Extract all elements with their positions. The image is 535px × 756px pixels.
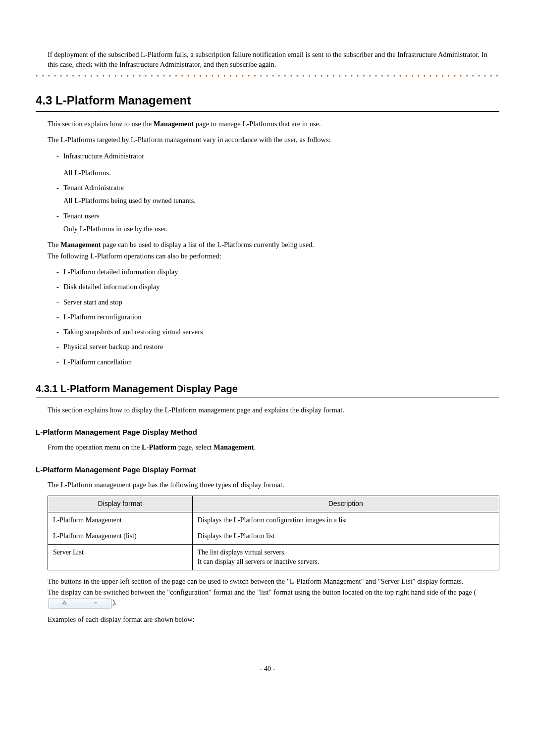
after-table-1: The buttons in the upper-left section of… — [48, 576, 499, 586]
after-table-2: The display can be switched between the … — [48, 587, 499, 608]
after-table-3: Examples of each display format are show… — [48, 614, 499, 624]
list-item: Physical server backup and restore — [56, 342, 499, 352]
list-item: L-Platform reconfiguration — [56, 312, 499, 322]
heading-4-3-1: 4.3.1 L-Platform Management Display Page — [36, 382, 499, 398]
display-format-intro: The L-Platform management page has the f… — [48, 480, 499, 490]
targets-intro: The L-Platforms targeted by L-Platform m… — [48, 135, 499, 145]
display-method-text: From the operation menu on the L-Platfor… — [48, 442, 499, 452]
list-view-icon[interactable]: ≡ — [80, 599, 111, 608]
heading-display-method: L-Platform Management Page Display Metho… — [36, 427, 499, 437]
table-header: Display format — [48, 496, 193, 512]
list-item: L-Platform detailed information display — [56, 267, 499, 277]
table-row: Server List The list displays virtual se… — [48, 544, 499, 570]
heading-display-format: L-Platform Management Page Display Forma… — [36, 464, 499, 475]
list-item: L-Platform cancellation — [56, 357, 499, 367]
mgmt-para-2: The following L-Platform operations can … — [48, 251, 499, 261]
list-item: Tenant users Only L-Platforms in use by … — [56, 211, 499, 234]
list-item: Disk detailed information display — [56, 282, 499, 292]
targets-list: Infrastructure Administrator All L-Platf… — [48, 151, 499, 234]
display-format-table: Display format Description L-Platform Ma… — [48, 496, 499, 570]
table-row: L-Platform Management (list) Displays th… — [48, 528, 499, 545]
table-header: Description — [192, 496, 499, 512]
list-item: Taking snapshots of and restoring virtua… — [56, 327, 499, 337]
dotted-separator: ●●●●●●●●●●●●●●●●●●●●●●●●●●●●●●●●●●●●●●●●… — [36, 74, 499, 79]
page-number: - 40 - — [36, 664, 499, 674]
note-paragraph: If deployment of the subscribed L-Platfo… — [48, 50, 499, 70]
list-item: Infrastructure Administrator All L-Platf… — [56, 151, 499, 178]
view-toggle[interactable]: ⁂≡ — [49, 598, 111, 608]
mgmt-para: The Management page can be used to displ… — [48, 240, 499, 250]
list-item: Server start and stop — [56, 297, 499, 307]
subsection-intro: This section explains how to display the… — [48, 405, 499, 415]
ops-list: L-Platform detailed information display … — [48, 267, 499, 367]
heading-4-3: 4.3 L-Platform Management — [36, 92, 499, 112]
table-row: L-Platform Management Displays the L-Pla… — [48, 512, 499, 528]
config-view-icon[interactable]: ⁂ — [49, 599, 80, 608]
section-intro: This section explains how to use the Man… — [48, 119, 499, 129]
list-item: Tenant Administrator All L-Platforms bei… — [56, 183, 499, 206]
